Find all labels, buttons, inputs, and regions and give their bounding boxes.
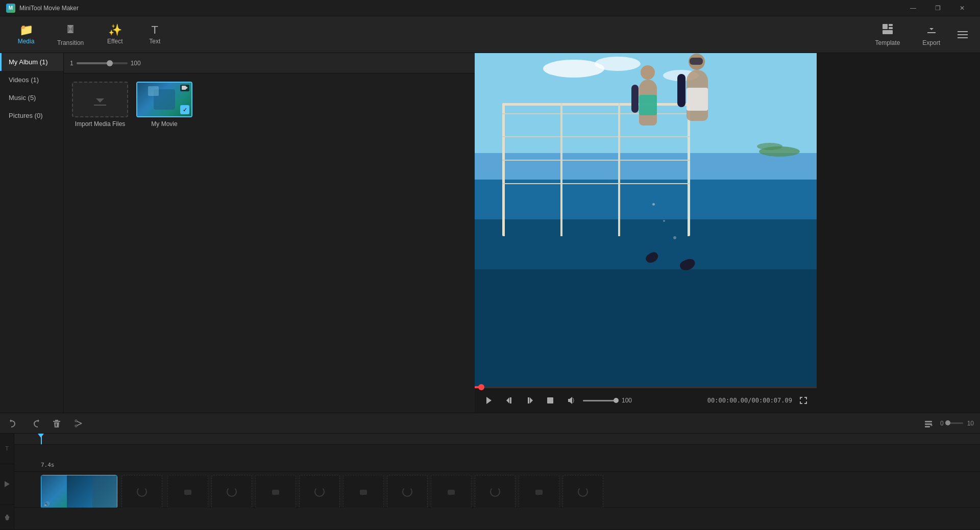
zoom-max-value: 10 xyxy=(967,420,974,427)
clip-thumb-3 xyxy=(92,475,117,508)
toolbar-template[interactable]: Template xyxy=(866,19,910,51)
main-area: My Album (1) Videos (1) Music (5) Pictur… xyxy=(0,53,980,413)
refresh-circle-icon-4 xyxy=(402,487,412,497)
zoom-slider-container[interactable]: 1 100 xyxy=(70,60,141,67)
app-icon: M xyxy=(6,4,15,13)
import-thumb[interactable] xyxy=(72,82,128,117)
title-bar-controls: — ❐ ✕ xyxy=(901,0,974,16)
empty-slot-4[interactable] xyxy=(431,475,472,509)
template-label: Template xyxy=(875,39,900,46)
svg-rect-11 xyxy=(547,397,553,403)
svg-marker-7 xyxy=(506,397,509,403)
empty-slot-1[interactable] xyxy=(167,475,208,509)
refresh-circle-icon-3 xyxy=(314,487,325,497)
redo-button[interactable] xyxy=(28,416,43,431)
sidebar: My Album (1) Videos (1) Music (5) Pictur… xyxy=(0,53,64,413)
fullscreen-button[interactable] xyxy=(796,393,811,408)
zoom-slider-thumb[interactable] xyxy=(107,60,113,66)
media-grid: Import Media Files ✓ xyxy=(64,73,475,136)
undo-button[interactable] xyxy=(6,416,21,431)
play-button[interactable] xyxy=(481,392,497,409)
zoom-slider-track[interactable] xyxy=(948,422,963,424)
svg-rect-4 xyxy=(182,86,186,90)
media-type-badge xyxy=(180,85,189,91)
my-movie-thumb[interactable]: ✓ xyxy=(136,82,192,117)
empty-slot-3[interactable] xyxy=(343,475,384,509)
stop-button[interactable] xyxy=(542,392,558,409)
export-label: Export xyxy=(922,39,940,46)
add-track-button[interactable] xyxy=(921,416,936,431)
time-ruler xyxy=(14,434,980,445)
next-frame-button[interactable] xyxy=(522,392,538,409)
clip-audio-indicator: 🔊 xyxy=(43,501,50,507)
close-button[interactable]: ✕ xyxy=(950,0,974,16)
text-label: Text xyxy=(149,38,160,45)
zoom-slider-track[interactable] xyxy=(77,62,128,64)
empty-slot-2[interactable] xyxy=(255,475,296,509)
maximize-button[interactable]: ❐ xyxy=(926,0,949,16)
svg-rect-18 xyxy=(925,426,930,427)
transition-slot-4[interactable] xyxy=(387,475,428,509)
sidebar-item-music[interactable]: Music (5) xyxy=(0,89,63,107)
menu-line-3 xyxy=(958,37,968,38)
svg-point-13 xyxy=(75,425,77,427)
volume-thumb[interactable] xyxy=(614,398,619,403)
empty-slot-5[interactable] xyxy=(519,475,559,509)
menu-button[interactable] xyxy=(953,26,972,44)
toolbar-transition[interactable]: Transition xyxy=(48,19,93,51)
toolbar-media[interactable]: 📁 Media xyxy=(8,20,44,49)
text-track xyxy=(14,445,980,472)
timeline-track-labels: T xyxy=(0,434,14,530)
transition-slot-3[interactable] xyxy=(299,475,340,509)
minimize-button[interactable]: — xyxy=(901,0,925,16)
empty-clip-slots xyxy=(167,475,603,509)
playhead[interactable] xyxy=(41,434,42,444)
transition-slot-2[interactable] xyxy=(211,475,252,509)
audio-track-label xyxy=(0,504,14,530)
video-clip-main[interactable]: 🔊 xyxy=(41,475,117,509)
prev-frame-button[interactable] xyxy=(501,392,518,409)
transition-slot-1[interactable] xyxy=(121,475,162,509)
preview-controls: 100 00:00:00.00/00:00:07.09 xyxy=(475,388,817,413)
preview-progress-bar[interactable] xyxy=(475,386,817,388)
toolbar-export[interactable]: Export xyxy=(913,19,949,51)
transition-slot-5[interactable] xyxy=(475,475,516,509)
title-bar: M MiniTool Movie Maker — ❐ ✕ xyxy=(0,0,980,16)
svg-marker-5 xyxy=(186,86,188,89)
sidebar-item-pictures[interactable]: Pictures (0) xyxy=(0,107,63,124)
menu-line-2 xyxy=(958,34,968,35)
my-movie-item[interactable]: ✓ My Movie xyxy=(136,82,192,128)
svg-rect-17 xyxy=(925,423,932,425)
volume-track[interactable] xyxy=(583,400,619,401)
template-icon xyxy=(881,23,894,37)
media-check-icon: ✓ xyxy=(180,105,189,114)
import-media-label: Import Media Files xyxy=(75,120,126,128)
transition-slot-6[interactable] xyxy=(562,475,603,509)
timeline-area: 0 10 T xyxy=(0,413,980,530)
transition-icon xyxy=(64,23,77,37)
svg-line-14 xyxy=(77,421,82,423)
import-media-item[interactable]: Import Media Files xyxy=(72,82,128,128)
sidebar-item-my-album[interactable]: My Album (1) xyxy=(0,53,63,71)
delete-button[interactable] xyxy=(49,416,64,431)
media-panel: 1 100 Import Media Files xyxy=(64,53,475,413)
video-track: 7.4s 🔊 xyxy=(14,472,980,508)
timeline-toolbar: 0 10 xyxy=(0,413,980,434)
time-stamp-marker: 7.4s xyxy=(41,462,55,468)
refresh-circle-icon-6 xyxy=(578,487,588,497)
effect-label: Effect xyxy=(107,38,122,45)
audio-track xyxy=(14,508,980,530)
slider-max-value: 100 xyxy=(131,60,141,67)
volume-value: 100 xyxy=(622,397,632,404)
refresh-circle-icon-2 xyxy=(227,487,237,497)
toolbar: 📁 Media Transition ✨ Effect T Text xyxy=(0,16,980,53)
volume-slider[interactable]: 100 xyxy=(583,397,632,404)
toolbar-text[interactable]: T Text xyxy=(137,20,173,49)
volume-button[interactable] xyxy=(562,392,579,409)
sidebar-item-videos[interactable]: Videos (1) xyxy=(0,71,63,89)
zoom-slider-thumb[interactable] xyxy=(945,420,950,425)
toolbar-effect[interactable]: ✨ Effect xyxy=(97,20,133,49)
svg-rect-3 xyxy=(883,30,893,34)
cut-button[interactable] xyxy=(70,416,86,431)
app-title: MiniTool Movie Maker xyxy=(19,5,79,12)
